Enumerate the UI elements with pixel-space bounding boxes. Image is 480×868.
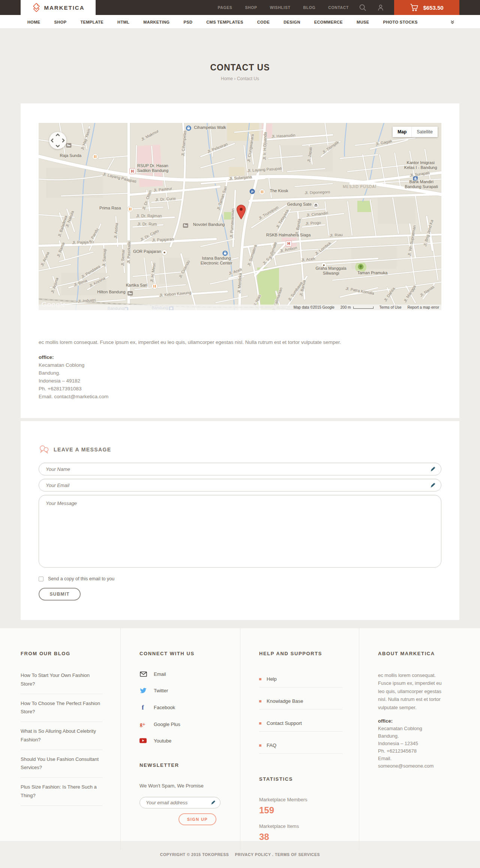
map-label-taman-pramuka: Taman Pramuka bbox=[357, 270, 388, 275]
map-label-istana-bandung: Istana BandungElectronic Center bbox=[201, 256, 232, 265]
map-poi-museum-icon bbox=[313, 203, 319, 208]
map-terms-link[interactable]: Terms of Use bbox=[380, 305, 402, 309]
connect-link-facebook[interactable]: fFacebook bbox=[140, 704, 224, 711]
help-label: Help bbox=[267, 676, 277, 682]
subnav-item-psd[interactable]: PSD bbox=[183, 20, 192, 24]
connect-label: Twitter bbox=[154, 688, 168, 693]
pen-icon bbox=[430, 466, 436, 474]
top-nav-wishlist[interactable]: WISHLIST bbox=[270, 5, 291, 10]
newsletter-email-input[interactable] bbox=[140, 797, 220, 808]
blog-link-how-to-start-your-own-fashion-[interactable]: How To Start Your Own Fashion Store? bbox=[21, 671, 102, 694]
subnav-item-code[interactable]: CODE bbox=[257, 20, 270, 24]
name-input[interactable] bbox=[39, 463, 441, 475]
top-nav-contact[interactable]: CONTACT bbox=[328, 5, 349, 10]
subnav-item-design[interactable]: DESIGN bbox=[284, 20, 300, 24]
help-link-faq[interactable]: FAQ bbox=[259, 738, 342, 754]
map-poi-park-icon bbox=[358, 264, 363, 270]
map-label-prima-rasa: Prima Rasa bbox=[99, 206, 122, 210]
map-label-jl-dr-rajiman: Jl. Dr. Rajiman bbox=[136, 214, 162, 218]
cart-button[interactable]: $653.50 bbox=[394, 0, 459, 15]
pen-icon bbox=[430, 482, 436, 490]
account-icon[interactable] bbox=[377, 4, 384, 12]
search-icon[interactable] bbox=[359, 4, 367, 12]
subnav-item-template[interactable]: TEMPLATE bbox=[80, 20, 104, 24]
youtube-icon bbox=[140, 738, 147, 744]
about-text: ec mollis lorem consequat. Fusce ipsum e… bbox=[378, 671, 443, 711]
map-label-novotel-bandung: Novotel Bandung bbox=[193, 222, 225, 227]
stat-value: 38 bbox=[259, 832, 342, 842]
map-canvas[interactable]: HPH Jl. Haji YasinJl. Layang PasupatiJl.… bbox=[39, 123, 441, 310]
submit-button[interactable]: SUBMIT bbox=[39, 588, 81, 601]
top-nav-shop[interactable]: SHOP bbox=[245, 5, 257, 10]
map-attribution: Map data ©2015 Google 200 m Terms of Use… bbox=[39, 305, 441, 310]
map-label-jl-diponegoro: Jl. Diponegoro bbox=[304, 190, 330, 195]
map-poi-mall-icon bbox=[186, 125, 191, 131]
map-marker[interactable] bbox=[236, 205, 246, 220]
map-label-rsup-dr-hasan: RSUP Dr. HasanSadikin Bandung bbox=[137, 163, 168, 173]
message-textarea[interactable] bbox=[39, 495, 441, 568]
connect-link-email[interactable]: Email bbox=[140, 671, 224, 677]
svg-text:P: P bbox=[251, 190, 254, 194]
blog-link-should-you-use-fashion-consult[interactable]: Should You Use Fashion Consultant Servic… bbox=[21, 755, 102, 778]
stat-label: Marketplace Items bbox=[259, 823, 342, 829]
subnav-item-muse[interactable]: MUSE bbox=[357, 20, 369, 24]
map-label-raja-sunda: Raja Sunda bbox=[60, 153, 82, 158]
map-poi-food-icon bbox=[92, 154, 98, 160]
help-link-contact-support[interactable]: Contact Support bbox=[259, 716, 342, 732]
logo[interactable]: MARKETICA bbox=[21, 0, 96, 15]
copyright-links[interactable]: PRIVACY POLICY . TERMS OF SERVICES bbox=[235, 852, 320, 857]
footer-connect-column: CONNECT WITH US EmailTwitterfFacebookg+G… bbox=[120, 628, 240, 850]
help-link-help[interactable]: Help bbox=[259, 671, 342, 687]
blog-link-how-to-choose-the-perfect-fash[interactable]: How To Choose The Perfect Fashion Store? bbox=[21, 699, 102, 722]
address-line: Ph. +62817391083 bbox=[39, 385, 441, 393]
map-label-kartika-sari: Kartika Sari bbox=[126, 283, 147, 287]
subnav-item-cms-templates[interactable]: CMS TEMPLATES bbox=[206, 20, 243, 24]
subnav-more-chevron-icon[interactable] bbox=[450, 19, 455, 24]
subnav-item-photo-stocks[interactable]: PHOTO STOCKS bbox=[383, 20, 417, 24]
form-heading-row: LEAVE A MESSAGE bbox=[39, 445, 441, 454]
map-poi-food-icon bbox=[152, 284, 158, 289]
top-nav-blog[interactable]: BLOG bbox=[303, 5, 316, 10]
address-line: Kecamatan Coblong bbox=[39, 361, 441, 369]
subnav-item-html[interactable]: HTML bbox=[117, 20, 129, 24]
email-input[interactable] bbox=[39, 479, 441, 492]
top-header: MARKETICA PAGESSHOPWISHLISTBLOGCONTACT $… bbox=[0, 0, 480, 15]
map-poi-hotel-icon bbox=[128, 291, 133, 296]
contact-card: HPH Jl. Haji YasinJl. Layang PasupatiJl.… bbox=[21, 103, 459, 418]
map-poi-hosp-icon: H bbox=[130, 169, 135, 174]
send-copy-label[interactable]: Send a copy of this email to you bbox=[48, 576, 114, 581]
blog-link-what-is-so-alluring-about-cele[interactable]: What is So Alluring About Celebrity Fash… bbox=[21, 727, 102, 750]
contact-intro: ec mollis lorem consequat. Fusce ipsum e… bbox=[39, 338, 441, 347]
connect-link-google-plus[interactable]: g+Google Plus bbox=[140, 721, 224, 728]
top-nav-pages[interactable]: PAGES bbox=[218, 5, 232, 10]
subnav-item-ecommerce[interactable]: ECOMMERCE bbox=[314, 20, 343, 24]
connect-link-twitter[interactable]: Twitter bbox=[140, 687, 224, 694]
map-type-control: Map Satellite bbox=[393, 127, 438, 137]
map-label-gedung-sate: Gedung Sate bbox=[287, 202, 312, 206]
map-label-jl-riau: Jl. Riau bbox=[329, 232, 343, 238]
map-type-map-button[interactable]: Map bbox=[393, 127, 411, 137]
map-pan-control[interactable] bbox=[49, 132, 66, 149]
map-poi-hotel-icon bbox=[183, 223, 188, 228]
map-label-cihampelas-walk: Cihampelas Walk bbox=[194, 125, 226, 130]
send-copy-checkbox[interactable] bbox=[39, 577, 44, 581]
subnav-item-marketing[interactable]: MARKETING bbox=[143, 20, 170, 24]
map-label-kantor-imigrasi: Kantor ImigrasiKelas I - Bandung bbox=[404, 160, 437, 170]
office-block: office: Kecamatan CoblongBandung.Indones… bbox=[39, 353, 441, 400]
map-type-satellite-button[interactable]: Satellite bbox=[411, 127, 438, 137]
googleplus-icon: g+ bbox=[140, 721, 147, 728]
map-scale-bar bbox=[353, 306, 374, 309]
connect-link-youtube[interactable]: Youtube bbox=[140, 738, 224, 744]
map-label-mesjid-pusdai: MESJID PUSDAI bbox=[343, 185, 376, 189]
subnav-item-shop[interactable]: SHOP bbox=[54, 20, 67, 24]
subnav-item-home[interactable]: HOME bbox=[27, 20, 40, 24]
address-line: Kecamatan Coblong bbox=[378, 725, 443, 732]
cart-total: $653.50 bbox=[423, 4, 443, 11]
breadcrumb-home[interactable]: Home bbox=[221, 76, 233, 81]
blog-link-plus-size-fashion-is-there-suc[interactable]: Plus Size Fashion: Is There Such a Thing… bbox=[21, 783, 102, 806]
signup-button[interactable]: SIGN UP bbox=[178, 813, 216, 825]
map-report-link[interactable]: Report a map error bbox=[408, 305, 439, 309]
help-link-knowladge-base[interactable]: Knowladge Base bbox=[259, 693, 342, 710]
square-bullet-icon bbox=[259, 722, 261, 725]
twitter-icon bbox=[140, 687, 147, 694]
